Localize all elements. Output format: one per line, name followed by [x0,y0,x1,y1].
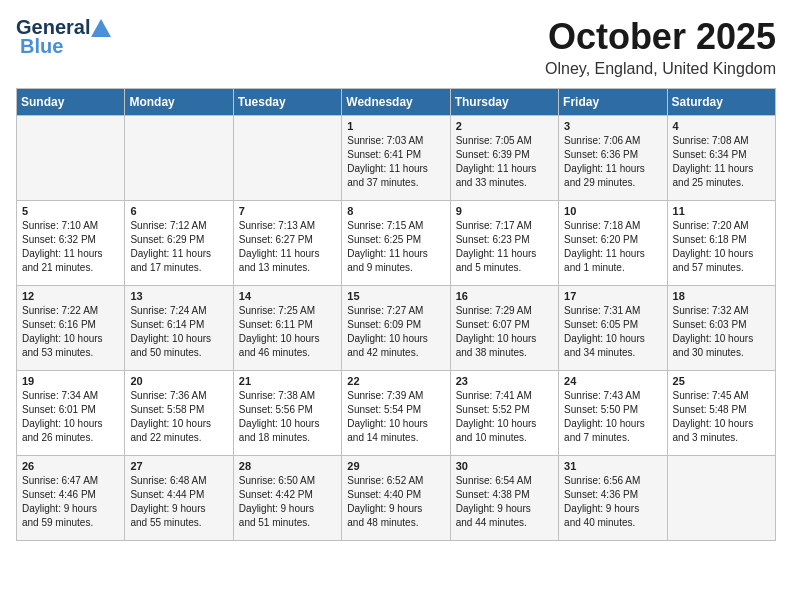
location: Olney, England, United Kingdom [545,60,776,78]
month-title: October 2025 [545,16,776,58]
title-block: October 2025 Olney, England, United King… [545,16,776,78]
calendar-cell: 24Sunrise: 7:43 AM Sunset: 5:50 PM Dayli… [559,371,667,456]
day-info: Sunrise: 7:45 AM Sunset: 5:48 PM Dayligh… [673,389,770,445]
day-info: Sunrise: 7:24 AM Sunset: 6:14 PM Dayligh… [130,304,227,360]
day-info: Sunrise: 7:08 AM Sunset: 6:34 PM Dayligh… [673,134,770,190]
logo-blue: Blue [20,35,63,58]
weekday-header-tuesday: Tuesday [233,89,341,116]
day-info: Sunrise: 6:56 AM Sunset: 4:36 PM Dayligh… [564,474,661,530]
calendar-cell: 1Sunrise: 7:03 AM Sunset: 6:41 PM Daylig… [342,116,450,201]
calendar-cell: 16Sunrise: 7:29 AM Sunset: 6:07 PM Dayli… [450,286,558,371]
day-info: Sunrise: 6:52 AM Sunset: 4:40 PM Dayligh… [347,474,444,530]
calendar-cell: 28Sunrise: 6:50 AM Sunset: 4:42 PM Dayli… [233,456,341,541]
calendar-week-row: 1Sunrise: 7:03 AM Sunset: 6:41 PM Daylig… [17,116,776,201]
day-number: 25 [673,375,770,387]
calendar-cell: 27Sunrise: 6:48 AM Sunset: 4:44 PM Dayli… [125,456,233,541]
day-number: 17 [564,290,661,302]
day-info: Sunrise: 7:17 AM Sunset: 6:23 PM Dayligh… [456,219,553,275]
calendar-cell: 19Sunrise: 7:34 AM Sunset: 6:01 PM Dayli… [17,371,125,456]
day-info: Sunrise: 7:36 AM Sunset: 5:58 PM Dayligh… [130,389,227,445]
calendar-cell: 2Sunrise: 7:05 AM Sunset: 6:39 PM Daylig… [450,116,558,201]
day-info: Sunrise: 7:12 AM Sunset: 6:29 PM Dayligh… [130,219,227,275]
day-number: 21 [239,375,336,387]
calendar-cell: 29Sunrise: 6:52 AM Sunset: 4:40 PM Dayli… [342,456,450,541]
logo: General Blue [16,16,112,58]
calendar-cell: 3Sunrise: 7:06 AM Sunset: 6:36 PM Daylig… [559,116,667,201]
calendar-cell: 20Sunrise: 7:36 AM Sunset: 5:58 PM Dayli… [125,371,233,456]
day-info: Sunrise: 7:05 AM Sunset: 6:39 PM Dayligh… [456,134,553,190]
weekday-header-thursday: Thursday [450,89,558,116]
day-number: 7 [239,205,336,217]
day-number: 6 [130,205,227,217]
day-info: Sunrise: 7:29 AM Sunset: 6:07 PM Dayligh… [456,304,553,360]
day-info: Sunrise: 7:15 AM Sunset: 6:25 PM Dayligh… [347,219,444,275]
calendar-cell: 9Sunrise: 7:17 AM Sunset: 6:23 PM Daylig… [450,201,558,286]
day-info: Sunrise: 7:43 AM Sunset: 5:50 PM Dayligh… [564,389,661,445]
day-number: 16 [456,290,553,302]
day-number: 31 [564,460,661,472]
day-number: 20 [130,375,227,387]
day-number: 10 [564,205,661,217]
day-info: Sunrise: 7:31 AM Sunset: 6:05 PM Dayligh… [564,304,661,360]
weekday-header-row: SundayMondayTuesdayWednesdayThursdayFrid… [17,89,776,116]
day-number: 5 [22,205,119,217]
calendar-cell: 5Sunrise: 7:10 AM Sunset: 6:32 PM Daylig… [17,201,125,286]
day-info: Sunrise: 6:50 AM Sunset: 4:42 PM Dayligh… [239,474,336,530]
day-number: 14 [239,290,336,302]
day-number: 27 [130,460,227,472]
day-info: Sunrise: 7:03 AM Sunset: 6:41 PM Dayligh… [347,134,444,190]
calendar-cell: 17Sunrise: 7:31 AM Sunset: 6:05 PM Dayli… [559,286,667,371]
calendar-cell: 13Sunrise: 7:24 AM Sunset: 6:14 PM Dayli… [125,286,233,371]
day-info: Sunrise: 7:13 AM Sunset: 6:27 PM Dayligh… [239,219,336,275]
calendar-cell: 14Sunrise: 7:25 AM Sunset: 6:11 PM Dayli… [233,286,341,371]
calendar-cell: 31Sunrise: 6:56 AM Sunset: 4:36 PM Dayli… [559,456,667,541]
calendar-cell: 11Sunrise: 7:20 AM Sunset: 6:18 PM Dayli… [667,201,775,286]
day-number: 13 [130,290,227,302]
calendar-week-row: 5Sunrise: 7:10 AM Sunset: 6:32 PM Daylig… [17,201,776,286]
calendar-cell [125,116,233,201]
calendar-cell: 23Sunrise: 7:41 AM Sunset: 5:52 PM Dayli… [450,371,558,456]
day-info: Sunrise: 7:22 AM Sunset: 6:16 PM Dayligh… [22,304,119,360]
calendar-cell: 4Sunrise: 7:08 AM Sunset: 6:34 PM Daylig… [667,116,775,201]
day-info: Sunrise: 6:47 AM Sunset: 4:46 PM Dayligh… [22,474,119,530]
calendar-cell: 21Sunrise: 7:38 AM Sunset: 5:56 PM Dayli… [233,371,341,456]
day-info: Sunrise: 6:48 AM Sunset: 4:44 PM Dayligh… [130,474,227,530]
day-info: Sunrise: 7:34 AM Sunset: 6:01 PM Dayligh… [22,389,119,445]
calendar-cell [233,116,341,201]
day-number: 24 [564,375,661,387]
day-info: Sunrise: 7:25 AM Sunset: 6:11 PM Dayligh… [239,304,336,360]
day-number: 12 [22,290,119,302]
day-number: 18 [673,290,770,302]
day-info: Sunrise: 7:39 AM Sunset: 5:54 PM Dayligh… [347,389,444,445]
calendar-cell: 10Sunrise: 7:18 AM Sunset: 6:20 PM Dayli… [559,201,667,286]
day-number: 29 [347,460,444,472]
weekday-header-saturday: Saturday [667,89,775,116]
day-number: 4 [673,120,770,132]
weekday-header-friday: Friday [559,89,667,116]
weekday-header-wednesday: Wednesday [342,89,450,116]
day-number: 15 [347,290,444,302]
svg-marker-0 [91,19,111,37]
calendar-cell: 25Sunrise: 7:45 AM Sunset: 5:48 PM Dayli… [667,371,775,456]
day-number: 23 [456,375,553,387]
calendar-cell: 18Sunrise: 7:32 AM Sunset: 6:03 PM Dayli… [667,286,775,371]
calendar-cell [667,456,775,541]
day-number: 3 [564,120,661,132]
day-info: Sunrise: 7:41 AM Sunset: 5:52 PM Dayligh… [456,389,553,445]
day-info: Sunrise: 7:32 AM Sunset: 6:03 PM Dayligh… [673,304,770,360]
logo-icon [90,17,112,39]
calendar-cell: 8Sunrise: 7:15 AM Sunset: 6:25 PM Daylig… [342,201,450,286]
calendar-week-row: 26Sunrise: 6:47 AM Sunset: 4:46 PM Dayli… [17,456,776,541]
day-info: Sunrise: 7:20 AM Sunset: 6:18 PM Dayligh… [673,219,770,275]
day-number: 30 [456,460,553,472]
calendar-cell: 12Sunrise: 7:22 AM Sunset: 6:16 PM Dayli… [17,286,125,371]
calendar-cell: 22Sunrise: 7:39 AM Sunset: 5:54 PM Dayli… [342,371,450,456]
day-info: Sunrise: 7:27 AM Sunset: 6:09 PM Dayligh… [347,304,444,360]
day-info: Sunrise: 7:38 AM Sunset: 5:56 PM Dayligh… [239,389,336,445]
calendar-cell: 15Sunrise: 7:27 AM Sunset: 6:09 PM Dayli… [342,286,450,371]
calendar-cell: 26Sunrise: 6:47 AM Sunset: 4:46 PM Dayli… [17,456,125,541]
day-number: 26 [22,460,119,472]
day-number: 19 [22,375,119,387]
day-info: Sunrise: 6:54 AM Sunset: 4:38 PM Dayligh… [456,474,553,530]
calendar-cell: 7Sunrise: 7:13 AM Sunset: 6:27 PM Daylig… [233,201,341,286]
